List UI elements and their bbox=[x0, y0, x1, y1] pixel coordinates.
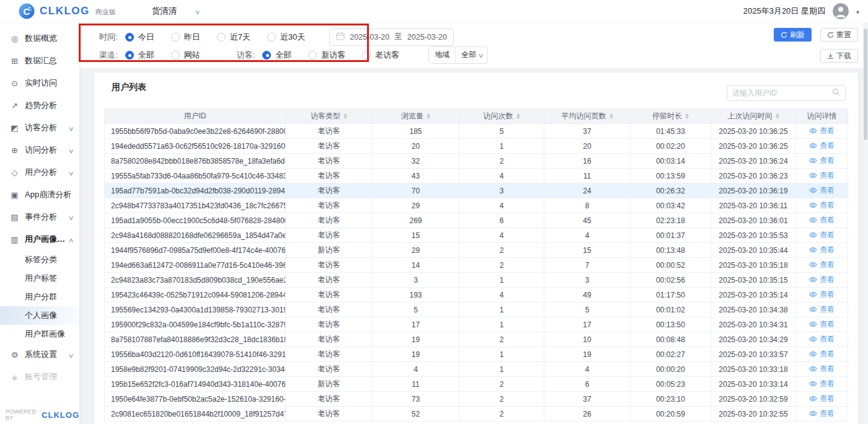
table-row[interactable]: 2c9081ec651820be01651844b2f10009_18f9125… bbox=[105, 407, 848, 422]
sidebar-item[interactable]: ↗ 趋势分析 bbox=[0, 94, 79, 117]
table-row[interactable]: 1955bb56f97b5d-0aba9c0ee3b22e8-6264690f-… bbox=[105, 124, 848, 139]
sidebar-item[interactable]: 用户分群 bbox=[0, 288, 79, 306]
view-link[interactable]: 查看 bbox=[809, 409, 835, 419]
sidebar-item[interactable]: ⊕ 访问分析 bbox=[0, 139, 79, 161]
sidebar-item[interactable]: 用户群画像 bbox=[0, 325, 79, 343]
table-row[interactable]: 195ad77b7591ab-0bc32d94d2fb038-290d0119-… bbox=[105, 183, 848, 198]
view-link[interactable]: 查看 bbox=[809, 170, 835, 181]
table-row[interactable]: 1958e9b82f9201-07419909c32d94c-2d32291c-… bbox=[105, 362, 848, 377]
view-link[interactable]: 查看 bbox=[809, 364, 835, 374]
sidebar-item[interactable]: ⚙ 系统设置 bbox=[0, 343, 79, 366]
sidebar-item[interactable]: 标签分类 bbox=[0, 250, 79, 269]
view-link[interactable]: 查看 bbox=[809, 394, 835, 404]
radio-option[interactable]: 昨日 bbox=[171, 32, 200, 43]
sort-icon[interactable] bbox=[609, 112, 613, 121]
view-link[interactable]: 查看 bbox=[809, 200, 835, 211]
radio-option[interactable]: 全部 bbox=[125, 50, 154, 61]
sidebar-menu: ◎ 数据概览 ⊞ 数据汇总 ⊙ 实时访问 ↗ 趋势分析 ◩ 访客分析 ⊕ 访问分… bbox=[0, 22, 79, 405]
radio-option[interactable]: 新访客 bbox=[308, 50, 345, 61]
view-link[interactable]: 查看 bbox=[809, 334, 835, 345]
table-row[interactable]: 8a7580208e842bbb018e876b3858578e_18fa3ef… bbox=[105, 154, 848, 169]
table-row[interactable]: 194ed663a612472-0086911a0e77d16-5c410e46… bbox=[105, 258, 848, 273]
view-link[interactable]: 查看 bbox=[809, 289, 835, 300]
duration-cell: 00:20:59 bbox=[631, 407, 711, 422]
column-header[interactable]: 停留时长 bbox=[631, 109, 711, 124]
radio-option[interactable]: 今日 bbox=[125, 32, 154, 43]
sort-icon[interactable] bbox=[516, 112, 520, 121]
scrollbar-track[interactable] bbox=[863, 22, 868, 424]
sidebar-item[interactable]: ◩ 访客分析 bbox=[0, 117, 79, 139]
sidebar-item[interactable]: ⊞ 数据汇总 bbox=[0, 50, 79, 72]
view-link[interactable]: 查看 bbox=[809, 185, 835, 196]
table-row[interactable]: 195900f29c832a-004599e184cf9bfc-5b1a110c… bbox=[105, 317, 848, 332]
view-link[interactable]: 查看 bbox=[809, 260, 835, 270]
avatar-menu-caret-icon[interactable] bbox=[856, 6, 859, 17]
project-selector[interactable]: 货清清 bbox=[152, 6, 200, 17]
refresh-button[interactable]: 刷新 bbox=[774, 28, 812, 42]
table-row[interactable]: 19555a5fab733d6-04aa86b50fa979-5c410c46-… bbox=[105, 169, 848, 183]
view-link[interactable]: 查看 bbox=[809, 215, 835, 226]
user-avatar[interactable] bbox=[833, 3, 849, 19]
sidebar-item[interactable]: ◇ 用户分析 bbox=[0, 161, 79, 183]
view-link[interactable]: 查看 bbox=[809, 126, 835, 136]
sidebar-item[interactable]: ◈ 账号管理 bbox=[0, 366, 79, 388]
visitor-type-cell: 老访客 bbox=[286, 332, 373, 347]
column-header[interactable]: 访客类型 bbox=[286, 109, 373, 124]
avg-pages-cell: 37 bbox=[544, 392, 631, 407]
column-header[interactable]: 访问详情 bbox=[796, 109, 848, 124]
sidebar-item[interactable]: ▤ 事件分析 bbox=[0, 206, 79, 228]
table-row[interactable]: 195423c46439c-0525b71912c0944-59081206-2… bbox=[105, 288, 848, 303]
view-link[interactable]: 查看 bbox=[809, 349, 835, 360]
sidebar-item[interactable]: ▥ 用户画像管理(CDP) bbox=[0, 228, 79, 250]
sidebar-item[interactable]: 个人画像 bbox=[0, 306, 79, 325]
sort-icon[interactable] bbox=[776, 112, 779, 121]
radio-option[interactable]: 全部 bbox=[262, 50, 291, 61]
sidebar-item[interactable]: ▣ App崩溃分析 bbox=[0, 183, 79, 206]
table-row[interactable]: 194ededd5571a63-0c62f56510c926-18170a-32… bbox=[105, 139, 848, 154]
radio-option[interactable]: 网站 bbox=[171, 50, 200, 61]
download-button[interactable]: 下载 bbox=[820, 49, 858, 63]
column-header[interactable]: 平均访问页数 bbox=[544, 109, 631, 124]
column-header[interactable]: 浏览量 bbox=[373, 109, 459, 124]
view-link[interactable]: 查看 bbox=[809, 141, 835, 151]
view-link[interactable]: 查看 bbox=[809, 156, 835, 166]
sidebar-item[interactable]: ⊙ 实时访问 bbox=[0, 72, 79, 94]
scrollbar-thumb[interactable] bbox=[864, 29, 867, 140]
view-link[interactable]: 查看 bbox=[809, 304, 835, 315]
secondary-filter-row: 渠道: 全部 网站 访客: 全部 新访客 老访客 地域 全部 bbox=[99, 46, 858, 64]
radio-option[interactable]: 近30天 bbox=[267, 32, 305, 43]
search-icon[interactable] bbox=[832, 87, 840, 99]
column-header[interactable]: 访问次数 bbox=[459, 109, 544, 124]
table-row[interactable]: 195569ec134293-0a4300a1d139858-79302713-… bbox=[105, 303, 848, 317]
reset-button[interactable]: 重置 bbox=[820, 28, 858, 42]
visitor-type-cell: 老访客 bbox=[286, 258, 373, 273]
view-link[interactable]: 查看 bbox=[809, 275, 835, 285]
table-row[interactable]: 2c948b47733783a4017351b423fd0436_18c7fc2… bbox=[105, 198, 848, 213]
sidebar-item[interactable]: ◎ 数据概览 bbox=[0, 27, 79, 50]
view-link[interactable]: 查看 bbox=[809, 319, 835, 330]
view-link[interactable]: 查看 bbox=[809, 230, 835, 241]
sort-icon[interactable] bbox=[685, 112, 689, 121]
column-header[interactable]: 用户ID bbox=[105, 109, 286, 124]
date-range-picker[interactable]: 2025-03-20 至 2025-03-20 bbox=[329, 29, 453, 46]
table-row[interactable]: 1944f9576896d7-0985a75d9ef00e8-4f174c4e-… bbox=[105, 243, 848, 258]
view-link[interactable]: 查看 bbox=[809, 245, 835, 255]
column-header[interactable]: 上次访问时间 bbox=[711, 109, 796, 124]
region-select[interactable]: 地域 全部 bbox=[428, 46, 487, 64]
table-row[interactable]: 195b15e652f2fc3-016af714940d343-318140e-… bbox=[105, 377, 848, 392]
sort-icon[interactable] bbox=[343, 112, 347, 121]
search-input[interactable] bbox=[732, 89, 832, 97]
table-row[interactable]: 1950e64fe3877b-0ebf50b2ac5a2e-152610a-32… bbox=[105, 392, 848, 407]
table-row[interactable]: 2c94823a83c73a870183d5d809b038cd_190e556… bbox=[105, 273, 848, 288]
radio-option[interactable]: 老访客 bbox=[362, 50, 399, 61]
view-link[interactable]: 查看 bbox=[809, 379, 835, 389]
table-row[interactable]: 195ad1a9055b-00ecc1900c5c6d48-5f076828-2… bbox=[105, 213, 848, 228]
chevron-icon bbox=[69, 213, 73, 222]
table-row[interactable]: 19556ba403d2120-0d610ff16439078-51410f46… bbox=[105, 347, 848, 362]
sidebar-item[interactable]: 用户标签 bbox=[0, 269, 79, 288]
pageviews-cell: 19 bbox=[373, 347, 459, 362]
table-row[interactable]: 2c948a4168d088820168dfe06296659a_1854d47… bbox=[105, 228, 848, 243]
table-row[interactable]: 8a758107887efa84018886e9f32d3c28_18dc183… bbox=[105, 332, 848, 347]
sort-icon[interactable] bbox=[427, 112, 430, 121]
radio-option[interactable]: 近7天 bbox=[217, 32, 250, 43]
